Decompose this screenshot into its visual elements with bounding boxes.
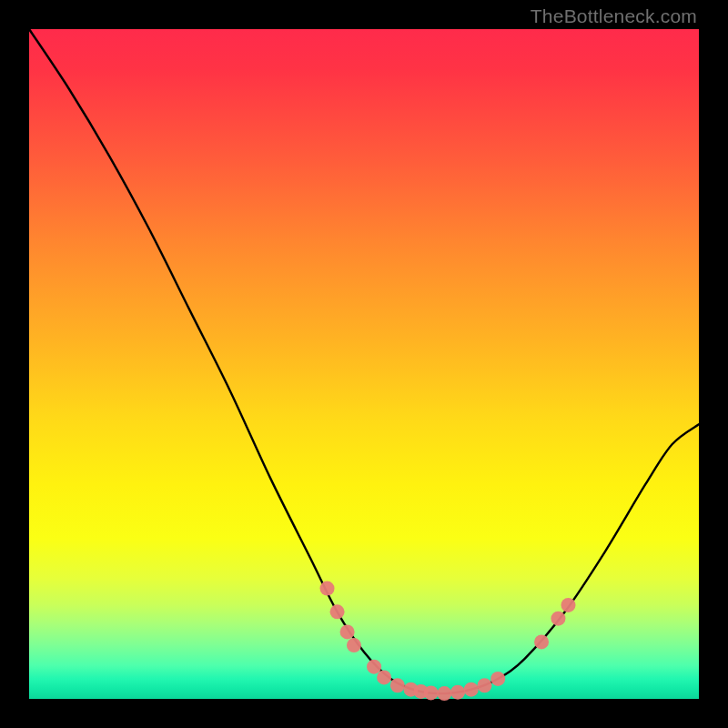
data-marker — [437, 686, 451, 701]
data-marker — [330, 604, 345, 619]
data-markers — [320, 581, 576, 702]
data-marker — [340, 624, 355, 639]
chart-overlay — [29, 29, 699, 699]
data-marker — [490, 672, 505, 686]
data-marker — [377, 670, 391, 684]
data-marker — [424, 685, 439, 700]
data-marker — [551, 612, 565, 626]
bottleneck-curve — [29, 29, 699, 693]
data-marker — [534, 634, 549, 649]
data-marker — [477, 678, 491, 693]
data-marker — [390, 678, 405, 693]
data-marker — [561, 598, 575, 612]
data-marker — [347, 638, 361, 652]
data-marker — [464, 682, 479, 697]
data-marker — [320, 581, 335, 596]
chart-frame: TheBottleneck.com — [0, 0, 728, 728]
attribution-label: TheBottleneck.com — [531, 5, 697, 27]
data-marker — [367, 660, 381, 674]
data-marker — [450, 685, 465, 700]
